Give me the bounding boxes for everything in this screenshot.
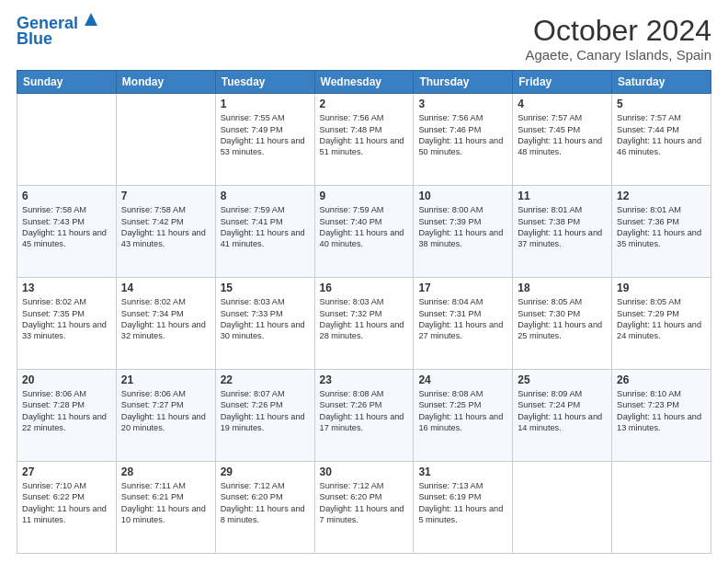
- calendar-cell: 28Sunrise: 7:11 AM Sunset: 6:21 PM Dayli…: [116, 462, 215, 554]
- day-content: Sunrise: 8:07 AM Sunset: 7:26 PM Dayligh…: [221, 388, 310, 434]
- calendar-cell: 5Sunrise: 7:57 AM Sunset: 7:44 PM Daylig…: [612, 94, 711, 186]
- calendar-cell: [17, 94, 117, 186]
- calendar-cell: 30Sunrise: 7:12 AM Sunset: 6:20 PM Dayli…: [314, 462, 414, 554]
- calendar-table: Sunday Monday Tuesday Wednesday Thursday…: [17, 70, 711, 554]
- day-content: Sunrise: 8:01 AM Sunset: 7:38 PM Dayligh…: [518, 204, 607, 250]
- day-number: 28: [121, 465, 210, 478]
- logo-icon: [81, 9, 101, 29]
- day-number: 27: [22, 465, 111, 478]
- day-number: 30: [320, 465, 409, 478]
- calendar-cell: 17Sunrise: 8:04 AM Sunset: 7:31 PM Dayli…: [414, 278, 513, 370]
- day-number: 15: [221, 282, 310, 294]
- day-number: 10: [418, 190, 507, 202]
- day-number: 2: [320, 98, 409, 110]
- day-number: 18: [518, 282, 607, 294]
- calendar-cell: 12Sunrise: 8:01 AM Sunset: 7:36 PM Dayli…: [612, 186, 711, 278]
- day-content: Sunrise: 8:10 AM Sunset: 7:23 PM Dayligh…: [617, 388, 706, 434]
- day-content: Sunrise: 8:02 AM Sunset: 7:34 PM Dayligh…: [121, 296, 210, 342]
- day-content: Sunrise: 7:55 AM Sunset: 7:49 PM Dayligh…: [221, 112, 310, 158]
- day-number: 5: [617, 98, 706, 110]
- day-content: Sunrise: 7:59 AM Sunset: 7:41 PM Dayligh…: [221, 204, 310, 250]
- day-number: 3: [418, 98, 507, 110]
- title-block: October 2024 Agaete, Canary Islands, Spa…: [525, 15, 711, 63]
- day-content: Sunrise: 7:59 AM Sunset: 7:40 PM Dayligh…: [320, 204, 409, 250]
- day-number: 12: [617, 190, 706, 202]
- day-number: 14: [121, 282, 210, 294]
- week-row-4: 20Sunrise: 8:06 AM Sunset: 7:28 PM Dayli…: [17, 370, 711, 462]
- day-content: Sunrise: 8:04 AM Sunset: 7:31 PM Dayligh…: [418, 296, 507, 342]
- day-number: 25: [518, 373, 607, 386]
- calendar-cell: [612, 462, 711, 554]
- calendar-cell: 24Sunrise: 8:08 AM Sunset: 7:25 PM Dayli…: [414, 370, 513, 462]
- week-row-3: 13Sunrise: 8:02 AM Sunset: 7:35 PM Dayli…: [17, 278, 711, 370]
- page: General Blue October 2024 Agaete, Canary…: [0, 0, 728, 563]
- day-content: Sunrise: 8:06 AM Sunset: 7:28 PM Dayligh…: [22, 388, 111, 434]
- col-thursday: Thursday: [414, 71, 513, 94]
- calendar-cell: 11Sunrise: 8:01 AM Sunset: 7:38 PM Dayli…: [513, 186, 612, 278]
- day-number: 20: [22, 373, 111, 386]
- day-content: Sunrise: 7:58 AM Sunset: 7:42 PM Dayligh…: [121, 204, 210, 250]
- calendar-cell: 8Sunrise: 7:59 AM Sunset: 7:41 PM Daylig…: [215, 186, 314, 278]
- calendar-cell: 1Sunrise: 7:55 AM Sunset: 7:49 PM Daylig…: [215, 94, 314, 186]
- day-number: 19: [617, 282, 706, 294]
- day-number: 4: [518, 98, 607, 110]
- col-tuesday: Tuesday: [215, 71, 314, 94]
- day-number: 16: [320, 282, 409, 294]
- logo: General Blue: [17, 15, 101, 49]
- day-number: 22: [221, 373, 310, 386]
- calendar-cell: 25Sunrise: 8:09 AM Sunset: 7:24 PM Dayli…: [513, 370, 612, 462]
- day-content: Sunrise: 7:58 AM Sunset: 7:43 PM Dayligh…: [22, 204, 111, 250]
- week-row-2: 6Sunrise: 7:58 AM Sunset: 7:43 PM Daylig…: [17, 186, 711, 278]
- day-number: 9: [320, 190, 409, 202]
- day-content: Sunrise: 8:08 AM Sunset: 7:26 PM Dayligh…: [320, 388, 409, 434]
- day-number: 11: [518, 190, 607, 202]
- day-number: 1: [221, 98, 310, 110]
- col-wednesday: Wednesday: [314, 71, 414, 94]
- day-content: Sunrise: 7:56 AM Sunset: 7:48 PM Dayligh…: [320, 112, 409, 158]
- day-number: 31: [418, 465, 507, 478]
- calendar-cell: 22Sunrise: 8:07 AM Sunset: 7:26 PM Dayli…: [215, 370, 314, 462]
- calendar-cell: 18Sunrise: 8:05 AM Sunset: 7:30 PM Dayli…: [513, 278, 612, 370]
- day-content: Sunrise: 7:13 AM Sunset: 6:19 PM Dayligh…: [418, 480, 507, 526]
- day-content: Sunrise: 7:57 AM Sunset: 7:44 PM Dayligh…: [617, 112, 706, 158]
- calendar-cell: 26Sunrise: 8:10 AM Sunset: 7:23 PM Dayli…: [612, 370, 711, 462]
- col-sunday: Sunday: [17, 71, 117, 94]
- day-number: 6: [22, 190, 111, 202]
- day-content: Sunrise: 7:11 AM Sunset: 6:21 PM Dayligh…: [121, 480, 210, 526]
- calendar-cell: 29Sunrise: 7:12 AM Sunset: 6:20 PM Dayli…: [215, 462, 314, 554]
- calendar-cell: 20Sunrise: 8:06 AM Sunset: 7:28 PM Dayli…: [17, 370, 117, 462]
- calendar-cell: 10Sunrise: 8:00 AM Sunset: 7:39 PM Dayli…: [414, 186, 513, 278]
- calendar-cell: 21Sunrise: 8:06 AM Sunset: 7:27 PM Dayli…: [116, 370, 215, 462]
- header-row: Sunday Monday Tuesday Wednesday Thursday…: [17, 71, 711, 94]
- calendar-cell: 2Sunrise: 7:56 AM Sunset: 7:48 PM Daylig…: [314, 94, 414, 186]
- day-content: Sunrise: 8:05 AM Sunset: 7:29 PM Dayligh…: [617, 296, 706, 342]
- logo-blue: Blue: [17, 29, 52, 49]
- week-row-1: 1Sunrise: 7:55 AM Sunset: 7:49 PM Daylig…: [17, 94, 711, 186]
- day-content: Sunrise: 7:56 AM Sunset: 7:46 PM Dayligh…: [418, 112, 507, 158]
- day-content: Sunrise: 8:01 AM Sunset: 7:36 PM Dayligh…: [617, 204, 706, 250]
- day-content: Sunrise: 7:12 AM Sunset: 6:20 PM Dayligh…: [320, 480, 409, 526]
- calendar-cell: 4Sunrise: 7:57 AM Sunset: 7:45 PM Daylig…: [513, 94, 612, 186]
- header: General Blue October 2024 Agaete, Canary…: [17, 15, 711, 63]
- day-content: Sunrise: 8:03 AM Sunset: 7:32 PM Dayligh…: [320, 296, 409, 342]
- day-content: Sunrise: 8:06 AM Sunset: 7:27 PM Dayligh…: [121, 388, 210, 434]
- day-number: 17: [418, 282, 507, 294]
- col-friday: Friday: [513, 71, 612, 94]
- calendar-cell: 7Sunrise: 7:58 AM Sunset: 7:42 PM Daylig…: [116, 186, 215, 278]
- calendar-cell: 27Sunrise: 7:10 AM Sunset: 6:22 PM Dayli…: [17, 462, 117, 554]
- day-number: 29: [221, 465, 310, 478]
- calendar-title: October 2024: [525, 15, 711, 47]
- day-number: 26: [617, 373, 706, 386]
- calendar-cell: [116, 94, 215, 186]
- day-content: Sunrise: 8:00 AM Sunset: 7:39 PM Dayligh…: [418, 204, 507, 250]
- day-number: 24: [418, 373, 507, 386]
- day-number: 21: [121, 373, 210, 386]
- col-saturday: Saturday: [612, 71, 711, 94]
- calendar-cell: 9Sunrise: 7:59 AM Sunset: 7:40 PM Daylig…: [314, 186, 414, 278]
- day-content: Sunrise: 7:10 AM Sunset: 6:22 PM Dayligh…: [22, 480, 111, 526]
- calendar-subtitle: Agaete, Canary Islands, Spain: [525, 47, 711, 63]
- calendar-cell: 31Sunrise: 7:13 AM Sunset: 6:19 PM Dayli…: [414, 462, 513, 554]
- calendar-cell: 23Sunrise: 8:08 AM Sunset: 7:26 PM Dayli…: [314, 370, 414, 462]
- svg-marker-0: [85, 13, 97, 26]
- day-content: Sunrise: 8:09 AM Sunset: 7:24 PM Dayligh…: [518, 388, 607, 434]
